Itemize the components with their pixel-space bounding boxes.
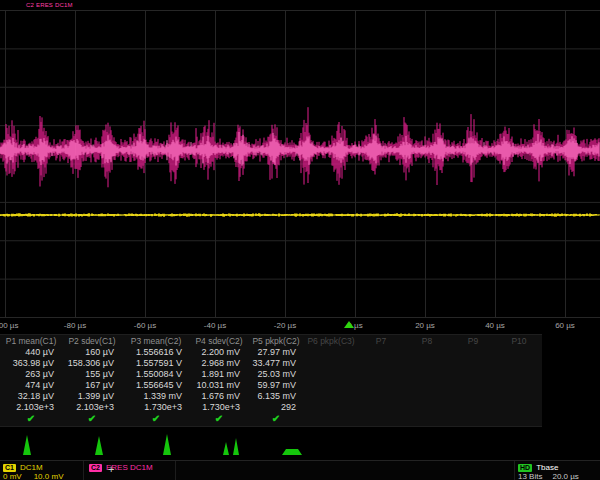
axis-tick-label: -20 µs	[274, 321, 296, 330]
histicon-p5[interactable]	[272, 430, 320, 457]
axis-tick-label: 60 µs	[555, 321, 575, 330]
measurement-value: 10.031 mV	[190, 380, 248, 391]
measurement-value	[450, 358, 496, 369]
axis-tick-label: -60 µs	[134, 321, 156, 330]
measurement-value	[450, 391, 496, 402]
axis-tick-label: -100 µs	[0, 321, 18, 330]
measurement-value: 1.676 mV	[190, 391, 248, 402]
measurement-value	[450, 380, 496, 391]
tbase-tdiv: 20.0 µs	[552, 472, 578, 480]
measurement-header-p1[interactable]: P1 mean(C1)	[0, 335, 62, 347]
measurement-status	[304, 413, 358, 426]
measurement-status: ✔	[0, 413, 62, 426]
measurement-value	[304, 391, 358, 402]
measurement-value	[450, 402, 496, 413]
c1-badge: C1	[3, 464, 16, 472]
measurement-header-p5[interactable]: P5 pkpk(C2)	[248, 335, 304, 347]
measurement-value	[404, 380, 450, 391]
c2-trace-label: C2 ERES DC1M	[26, 2, 73, 8]
measurement-status: ✔	[62, 413, 122, 426]
measurement-value: 27.97 mV	[248, 347, 304, 358]
measurement-value: 1.730e+3	[122, 402, 190, 413]
histicon-p1[interactable]	[12, 430, 60, 457]
measurement-status	[496, 413, 542, 426]
measurement-value: 160 µV	[62, 347, 122, 358]
measurement-status	[404, 413, 450, 426]
measurement-status: ✔	[190, 413, 248, 426]
measurement-value: 263 µV	[0, 369, 62, 380]
measurement-value: 1.556645 V	[122, 380, 190, 391]
measurement-value	[358, 369, 404, 380]
measurement-value: 1.557591 V	[122, 358, 190, 369]
histicon-p4[interactable]	[214, 430, 262, 457]
timebase-descriptor-box[interactable]: HD Tbase 13 Bits 20.0 µs	[514, 461, 600, 480]
oscilloscope-screen: C2 ERES DC1M -100 µs-80 µs-60 µs-40 µs-2…	[0, 0, 600, 480]
time-axis: -100 µs-80 µs-60 µs-40 µs-20 µs0 µs20 µs…	[0, 320, 600, 332]
measurement-value	[358, 380, 404, 391]
measurement-value	[304, 402, 358, 413]
measurement-value	[496, 347, 542, 358]
measurement-header-p4[interactable]: P4 sdev(C2)	[190, 335, 248, 347]
measurement-status: ✔	[248, 413, 304, 426]
axis-tick-label: 40 µs	[485, 321, 505, 330]
measurement-value: 292	[248, 402, 304, 413]
measurement-value	[404, 391, 450, 402]
measurement-header-p3[interactable]: P3 mean(C2)	[122, 335, 190, 347]
measurement-value: 6.135 mV	[248, 391, 304, 402]
measurement-value: 1.556616 V	[122, 347, 190, 358]
measurement-value: 440 µV	[0, 347, 62, 358]
hd-badge: HD	[518, 464, 532, 472]
measurement-value	[496, 402, 542, 413]
trigger-position-marker[interactable]	[344, 321, 354, 328]
measurement-status: ✔	[122, 413, 190, 426]
measurement-value	[496, 380, 542, 391]
measurement-value: 32.18 µV	[0, 391, 62, 402]
measurement-value: 2.968 mV	[190, 358, 248, 369]
measurement-value	[496, 391, 542, 402]
c2-badge: C2	[89, 464, 102, 472]
crosshair-cursor[interactable]: +	[108, 463, 114, 475]
measurement-value: 474 µV	[0, 380, 62, 391]
measurement-header-p6[interactable]: P6 pkpk(C3)	[304, 335, 358, 347]
measurement-value: 1.891 mV	[190, 369, 248, 380]
measurement-value: 1.730e+3	[190, 402, 248, 413]
measurement-value	[450, 347, 496, 358]
measurement-value: 2.103e+3	[0, 402, 62, 413]
measurement-value	[358, 347, 404, 358]
measurement-value: 1.399 µV	[62, 391, 122, 402]
measurement-histicons	[0, 428, 600, 458]
measurement-value	[450, 369, 496, 380]
measurement-value: 155 µV	[62, 369, 122, 380]
measurement-value	[404, 402, 450, 413]
measurement-value	[358, 358, 404, 369]
c1-vdiv: 10.0 mV	[34, 472, 64, 480]
measurement-header-p10[interactable]: P10	[496, 335, 542, 347]
measurement-value: 33.477 mV	[248, 358, 304, 369]
c1-coupling: DC1M	[20, 463, 43, 472]
measurement-value: 25.03 mV	[248, 369, 304, 380]
measurement-value: 1.550084 V	[122, 369, 190, 380]
measurement-header-p9[interactable]: P9	[450, 335, 496, 347]
measurement-value	[404, 369, 450, 380]
c1-descriptor-box[interactable]: C1 DC1M 0 mV 10.0 mV	[0, 461, 84, 480]
histicon-p3[interactable]	[148, 430, 196, 457]
measurement-value	[304, 358, 358, 369]
graticule	[0, 10, 600, 318]
measurement-value	[404, 347, 450, 358]
histicon-p2[interactable]	[82, 430, 130, 457]
measurement-header-p8[interactable]: P8	[404, 335, 450, 347]
measurement-value	[496, 358, 542, 369]
measurement-value	[304, 369, 358, 380]
measurement-header-p7[interactable]: P7	[358, 335, 404, 347]
c2-descriptor-box[interactable]: C2 ERES DC1M	[86, 461, 176, 480]
axis-tick-label: -80 µs	[64, 321, 86, 330]
measurement-value: 158.306 µV	[62, 358, 122, 369]
measurement-value	[358, 402, 404, 413]
measurement-value: 59.97 mV	[248, 380, 304, 391]
measurement-header-p2[interactable]: P2 sdev(C1)	[62, 335, 122, 347]
measurement-status	[450, 413, 496, 426]
measurement-status	[358, 413, 404, 426]
measurement-table: P1 mean(C1)P2 sdev(C1)P3 mean(C2)P4 sdev…	[0, 334, 542, 427]
measurement-value: 2.103e+3	[62, 402, 122, 413]
measurement-value: 363.98 µV	[0, 358, 62, 369]
